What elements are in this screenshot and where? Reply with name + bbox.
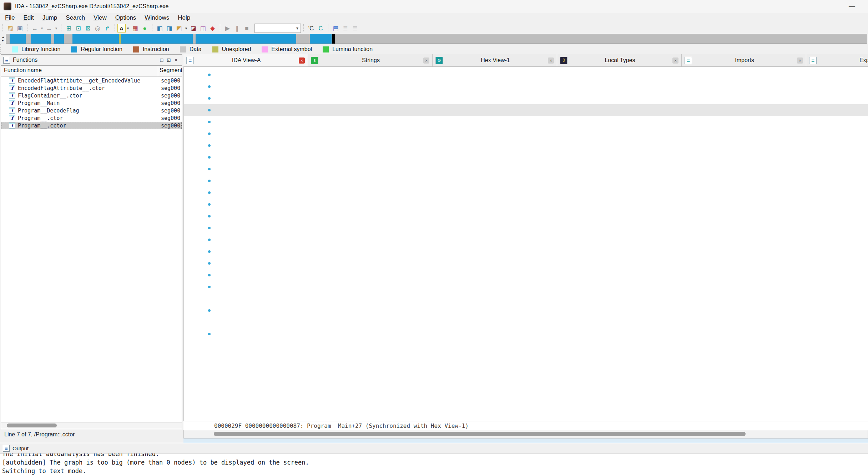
save-file-icon[interactable]: ▣: [15, 24, 25, 33]
function-row[interactable]: f Program__.ctor seg000: [1, 114, 182, 122]
produce-c-file-icon[interactable]: C: [316, 24, 326, 33]
style-dropdown-icon[interactable]: ▾: [126, 24, 130, 33]
code-line[interactable]: pop: [184, 69, 868, 81]
dock-splitter[interactable]: [183, 439, 868, 443]
float-panel-icon[interactable]: ⊡: [165, 56, 172, 64]
view-tab[interactable]: 0 Local Types ×: [557, 54, 682, 66]
stop-condition-icon[interactable]: ◆: [208, 24, 217, 33]
code-line[interactable]: [184, 293, 868, 305]
code-line[interactable]: stloc.1: [184, 199, 868, 210]
minimize-button[interactable]: —: [846, 1, 858, 11]
code-line[interactable]: stloc.0: [184, 151, 868, 163]
code-line[interactable]: .method private static hidebysig string …: [184, 305, 868, 316]
menu-item[interactable]: Windows: [140, 13, 173, 22]
code-line[interactable]: string V5): [184, 411, 868, 421]
disassembly-horizontal-scrollbar[interactable]: [183, 430, 868, 439]
disassembly-view[interactable]: pop ldtoken FlagContainer: [183, 67, 868, 421]
unindent-icon[interactable]: ≣: [340, 24, 350, 33]
menu-item[interactable]: View: [89, 13, 111, 22]
function-row[interactable]: f Program__DecodeFlag seg000: [1, 107, 182, 114]
code-line[interactable]: // CODE XREF: Program__Main+42↑p: [184, 316, 868, 328]
code-line[interactable]: nop: [184, 234, 868, 246]
menu-item[interactable]: Search: [61, 13, 89, 22]
view-tab[interactable]: ≣ Exports ×: [806, 54, 868, 66]
jump-by-name-icon[interactable]: ⊡: [74, 24, 83, 33]
navband-right-arrow-icon[interactable]: ▸: [2, 39, 4, 42]
tab-close-icon[interactable]: ×: [672, 57, 678, 64]
function-row[interactable]: f Program__Main seg000: [1, 99, 182, 107]
debugger-dropdown-icon[interactable]: ▾: [184, 24, 188, 33]
code-line[interactable]: char V3,: [184, 387, 868, 399]
functions-scrollbar-thumb[interactable]: [7, 424, 57, 427]
restore-panel-icon[interactable]: □: [158, 56, 165, 64]
breakpoint-list-icon[interactable]: ◪: [188, 24, 198, 33]
function-row[interactable]: f EncodedFlagAttribute__get_EncodedValue…: [1, 77, 182, 84]
code-line[interactable]: call class [mscorlib]System.Type [mscorl…: [184, 92, 868, 104]
function-row[interactable]: f EncodedFlagAttribute__.ctor seg000: [1, 84, 182, 92]
navigate-back-icon[interactable]: ←: [30, 24, 40, 33]
indent-icon[interactable]: ≣: [350, 24, 360, 33]
jump-to-xref-icon[interactable]: ↱: [102, 24, 112, 33]
ascii-style-icon[interactable]: A: [117, 24, 126, 32]
pause-process-icon[interactable]: ∥: [232, 24, 242, 33]
code-line[interactable]: pop: [184, 257, 868, 269]
code-line[interactable]: call class [mscorlib]System.Attribute [m…: [184, 128, 868, 140]
column-header-function-name[interactable]: Function name: [1, 66, 158, 76]
lumina-icon[interactable]: ●: [140, 24, 150, 33]
code-line[interactable]: ldloc.0: [184, 163, 868, 175]
code-line[interactable]: char V2,: [184, 375, 868, 387]
tab-close-icon[interactable]: ×: [548, 57, 554, 64]
tab-close-icon[interactable]: ×: [423, 57, 429, 64]
code-line[interactable]: .maxstack 4: [184, 340, 868, 352]
code-line[interactable]: ret: [184, 269, 868, 281]
combo-dropdown-icon[interactable]: ▾: [294, 26, 301, 31]
jump-to-address-icon[interactable]: ⊞: [64, 24, 74, 33]
navigate-back-dropdown-icon[interactable]: ▾: [40, 24, 44, 33]
code-line[interactable]: bool V4,: [184, 399, 868, 411]
code-line[interactable]: call class [mscorlib]System.Type [mscorl…: [184, 116, 868, 128]
debugger-windows-icon[interactable]: ◧: [155, 24, 165, 33]
menu-item[interactable]: Options: [111, 13, 141, 22]
navigate-forward-icon[interactable]: →: [44, 24, 54, 33]
open-file-icon[interactable]: ▨: [5, 24, 15, 33]
code-line[interactable]: castclass EncodedFlagAttribute: [184, 140, 868, 151]
view-tab[interactable]: ≣ Imports ×: [682, 54, 806, 66]
color-picker-icon[interactable]: ▦: [130, 24, 140, 33]
code-line[interactable]: int32 V1,: [184, 364, 868, 375]
code-line[interactable]: callvirt instance string EncodedFlagAttr…: [184, 175, 868, 187]
close-panel-icon[interactable]: ×: [172, 56, 180, 64]
code-line[interactable]: call string Program::DecodeFlag(string e…: [184, 187, 868, 199]
code-line[interactable]: .locals init (char[] V0,: [184, 352, 868, 364]
navigation-band[interactable]: [6, 34, 867, 44]
debugger-registers-icon[interactable]: ◨: [165, 24, 174, 33]
menu-item[interactable]: File: [1, 13, 19, 22]
code-line[interactable]: {: [184, 328, 868, 340]
tab-close-icon[interactable]: ×: [797, 57, 803, 64]
function-row[interactable]: f FlagContainer__.ctor seg000: [1, 92, 182, 99]
view-tab[interactable]: s Strings ×: [308, 54, 433, 66]
watch-list-icon[interactable]: ◫: [198, 24, 208, 33]
stop-process-icon[interactable]: ■: [242, 24, 252, 33]
debugger-modules-icon[interactable]: ◩: [174, 24, 184, 33]
menu-item[interactable]: Edit: [19, 13, 38, 22]
code-line[interactable]: ldtoken EncodedFlagAttribute: [184, 104, 868, 116]
column-header-segment[interactable]: Segment: [158, 66, 182, 76]
output-titlebar[interactable]: ≣ Output: [0, 443, 868, 454]
function-row[interactable]: f Program__.cctor seg000: [1, 122, 182, 129]
view-tab[interactable]: ⊚ Hex View-1 ×: [433, 54, 557, 66]
navigate-forward-dropdown-icon[interactable]: ▾: [54, 24, 59, 33]
quick-charset-icon[interactable]: 'C: [306, 24, 316, 33]
code-line[interactable]: call void [mscorlib]System.Console::Writ…: [184, 222, 868, 234]
window-list-icon[interactable]: ▤: [331, 24, 340, 33]
code-line[interactable]: call valuetype [mscorlib]System.ConsoleK…: [184, 246, 868, 257]
code-line[interactable]: ldtoken FlagContainer: [184, 81, 868, 92]
debugger-selector-combo[interactable]: ▾: [254, 24, 301, 33]
jump-to-segment-icon[interactable]: ⊠: [83, 24, 93, 33]
navband-scroll-arrows[interactable]: ◂ ▸: [0, 36, 6, 42]
code-line[interactable]: }: [184, 281, 868, 293]
output-log[interactable]: The initial autoanalysis has been finish…: [0, 454, 868, 476]
code-line[interactable]: ldstr aProgramExecuti // "Program execut…: [184, 210, 868, 222]
functions-panel-titlebar[interactable]: ≣ Functions □ ⊡ ×: [1, 54, 182, 66]
tab-close-icon[interactable]: ×: [299, 57, 305, 64]
view-tab[interactable]: ≣ IDA View-A ×: [183, 54, 308, 66]
